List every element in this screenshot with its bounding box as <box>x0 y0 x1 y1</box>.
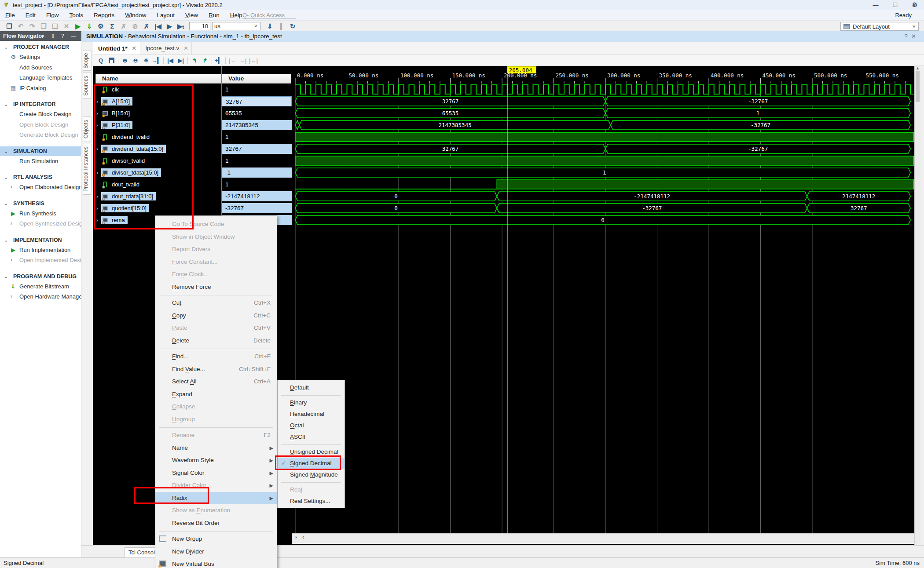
signal-value-row[interactable]: 1 <box>222 131 292 143</box>
fn-section-synthesis[interactable]: ⌄SYNTHESIS <box>0 199 81 208</box>
fn-item-create-block-design[interactable]: Create Block Design <box>0 109 81 120</box>
horizontal-scroll-strip[interactable]: › ‹ <box>292 533 914 544</box>
fn-item-run-simulation[interactable]: Run Simulation <box>0 156 81 167</box>
signal-value[interactable]: 65535 <box>222 108 292 118</box>
signal-name-label[interactable]: A[15:0] <box>101 97 132 106</box>
chevron-down-icon[interactable]: ⌄ <box>4 146 8 156</box>
fn-item-open-implemented-design[interactable]: ›Open Implemented Design <box>0 255 81 266</box>
signal-value[interactable]: -2147418112 <box>222 191 292 201</box>
side-tab-sources[interactable]: Sources <box>83 73 92 99</box>
menu-item-real[interactable]: Real <box>278 484 345 495</box>
signal-name-label[interactable]: dout_tdata[31:0] <box>101 192 156 200</box>
signal-value[interactable]: 2147385345 <box>222 120 292 130</box>
menu-item-name[interactable]: Name ▶ <box>155 442 277 455</box>
signal-name-label[interactable]: dout_tvalid <box>101 180 142 189</box>
restart-sim-icon[interactable]: |◀ <box>152 22 164 31</box>
swap-left-icon[interactable]: ↰ <box>189 56 200 65</box>
signal-row[interactable]: clk <box>93 84 221 95</box>
menu-layout[interactable]: Layout <box>151 10 180 21</box>
menu-flow[interactable]: Flow <box>41 10 64 21</box>
signal-row[interactable]: divisor_tvalid <box>93 155 221 167</box>
signal-name-label[interactable]: divisor_tvalid <box>101 157 147 165</box>
expand-icon[interactable]: › <box>96 193 98 200</box>
menu-item-find-[interactable]: Find... Ctrl+F <box>155 350 277 363</box>
cancel-icon[interactable]: ✗ <box>118 22 129 31</box>
fn-item-open-block-design[interactable]: Open Block Design <box>0 120 81 130</box>
layout-selector[interactable]: Default Layout ˅ <box>840 22 919 31</box>
chevron-down-icon[interactable]: ⌄ <box>4 99 8 109</box>
menu-item-binary[interactable]: Binary <box>278 397 345 408</box>
side-tab-protocol-instances[interactable]: Protocol Instances <box>83 144 92 195</box>
menu-item-report-drivers[interactable]: Report Drivers <box>155 243 277 256</box>
menu-item-rename[interactable]: Rename F2 <box>155 429 277 442</box>
prev-transition-icon[interactable]: |◀ <box>165 56 176 65</box>
menu-item-force-clock-[interactable]: Force Clock... <box>155 268 277 281</box>
fn-section-ip-integrator[interactable]: ⌄IP INTEGRATOR <box>0 99 81 109</box>
signal-value[interactable]: 32767 <box>222 96 292 106</box>
signal-value-row[interactable]: -1 <box>222 167 292 178</box>
open-file-icon[interactable]: ❒ <box>4 22 15 31</box>
quick-access-search[interactable]: Q- Quick Access <box>238 11 304 20</box>
signal-name-label[interactable]: rema <box>101 216 128 224</box>
fn-section-rtl-analysis[interactable]: ⌄RTL ANALYSIS <box>0 172 81 182</box>
expand-icon[interactable]: › <box>11 218 12 229</box>
chevron-down-icon[interactable]: ⌄ <box>4 172 8 182</box>
settings-icon[interactable]: ⚙ <box>95 22 106 31</box>
expand-icon[interactable]: › <box>96 146 98 152</box>
wave-settings-gear-icon[interactable]: ⚙ <box>912 1 918 9</box>
copy-icon[interactable]: ❐ <box>38 22 49 31</box>
fn-item-settings[interactable]: ⚙Settings <box>0 52 81 62</box>
menu-item-ascii[interactable]: ASCII <box>278 431 345 443</box>
signal-row[interactable]: dout_tvalid <box>93 178 221 190</box>
signal-name-label[interactable]: quotient[15:0] <box>101 204 149 212</box>
fn-item-run-implementation[interactable]: ▶Run Implementation <box>0 245 81 255</box>
fn-item-ip-catalog[interactable]: ▦IP Catalog <box>0 83 81 94</box>
name-column-header[interactable]: Name <box>95 74 221 84</box>
fn-item-open-elaborated-design[interactable]: ›Open Elaborated Design <box>0 182 81 193</box>
vertical-scrollbar[interactable]: ▲ <box>914 66 920 545</box>
wave-tab-untitled-1-[interactable]: Untitled 1*✕ <box>93 42 140 55</box>
menu-item-collapse[interactable]: Collapse <box>155 401 277 413</box>
chevron-down-icon[interactable]: ⌄ <box>4 272 8 281</box>
signal-name-label[interactable]: dividend_tvalid <box>101 133 152 141</box>
signal-value-row[interactable]: -32767 <box>222 202 292 214</box>
scroll-right-icon[interactable]: › <box>295 534 297 540</box>
menu-item-cut[interactable]: Cut Ctrl+X <box>155 297 277 309</box>
maximize-button[interactable]: ☐ <box>885 0 905 10</box>
menu-item-show-in-object-window[interactable]: Show in Object Window <box>155 231 277 244</box>
chevron-down-icon[interactable]: ⌄ <box>4 199 8 208</box>
menu-view[interactable]: View <box>180 10 203 21</box>
menu-item-real-settings-[interactable]: Real Settings... <box>278 495 345 507</box>
side-tab-objects[interactable]: Objects <box>83 117 92 142</box>
fn-section-program-and-debug[interactable]: ⌄PROGRAM AND DEBUG <box>0 272 81 281</box>
menu-edit[interactable]: Edit <box>20 10 41 21</box>
signal-name-label[interactable]: B[15:0] <box>101 109 132 117</box>
fit-width-icon[interactable]: |↔| <box>248 56 259 65</box>
menu-item-go-to-source-code[interactable]: Go To Source Code <box>155 218 277 231</box>
signal-row[interactable]: › B[15:0] <box>93 107 221 119</box>
signal-row[interactable]: › dout_tdata[31:0] <box>93 190 221 202</box>
menu-item-signal-color[interactable]: Signal Color ▶ <box>155 467 277 480</box>
fn-item-run-synthesis[interactable]: ▶Run Synthesis <box>0 208 81 219</box>
pause-icon[interactable]: ∥ <box>275 22 287 31</box>
menu-item-select-all[interactable]: Select All Ctrl+A <box>155 375 277 388</box>
delete-breakpoint-icon[interactable]: ✗ <box>141 22 152 31</box>
add-marker-icon[interactable]: +▎ <box>213 56 224 65</box>
signal-value-row[interactable]: 32767 <box>222 95 292 107</box>
help-icon[interactable]: ? <box>904 33 911 40</box>
signal-value-row[interactable]: -2147418112 <box>222 190 292 202</box>
close-icon[interactable]: ✕ <box>132 45 136 51</box>
run-time-input[interactable]: 10 <box>189 22 210 30</box>
menu-item-find-value-[interactable]: Find Value... Ctrl+Shift+F <box>155 363 277 376</box>
menu-item-remove-force[interactable]: Remove Force <box>155 281 277 294</box>
signal-value-row[interactable]: 65535 <box>222 107 292 119</box>
scroll-left-icon[interactable]: ‹ <box>302 534 304 540</box>
fn-item-language-templates[interactable]: Language Templates <box>0 73 81 83</box>
menu-window[interactable]: Window <box>120 10 151 21</box>
menu-file[interactable]: File <box>0 10 20 21</box>
signal-value[interactable]: -1 <box>222 167 292 178</box>
chevron-down-icon[interactable]: ⌄ <box>4 42 8 52</box>
signal-value[interactable]: -32767 <box>222 203 292 213</box>
flow-navigator-header-icons[interactable]: ⌖ ⇕ ? — <box>42 31 79 41</box>
zoom-in-icon[interactable]: ⊕ <box>120 56 130 65</box>
